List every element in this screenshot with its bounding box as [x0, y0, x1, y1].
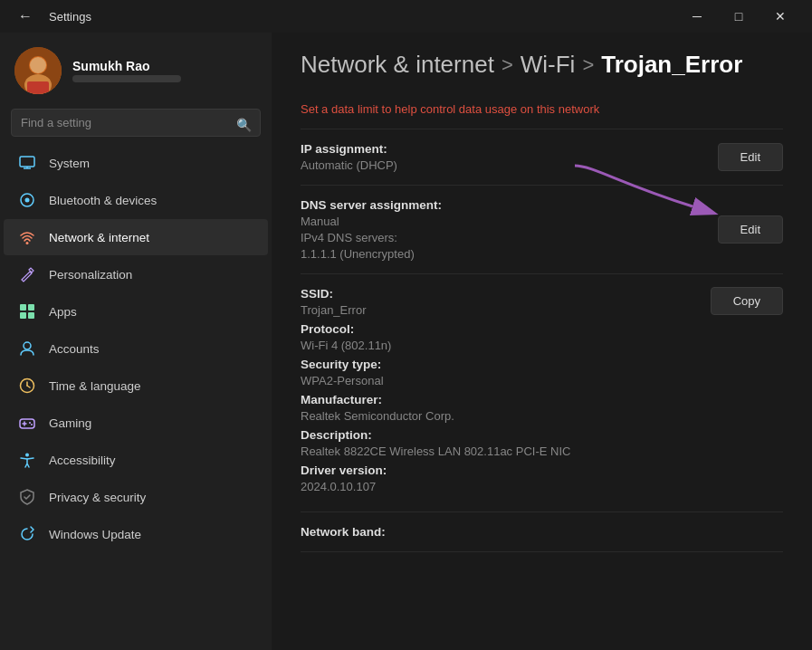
svg-point-15	[24, 342, 31, 349]
close-button[interactable]: ✕	[759, 2, 801, 31]
ip-assignment-info: IP assignment: Automatic (DHCP)	[301, 142, 703, 172]
dns-assignment-label: DNS server assignment:	[301, 198, 703, 212]
title-bar: ← Settings ─ □ ✕	[0, 0, 812, 33]
minimize-button[interactable]: ─	[676, 2, 718, 31]
accounts-label: Accounts	[49, 342, 100, 356]
nav-list: System Bluetooth & devices	[0, 144, 272, 553]
sidebar: Sumukh Rao 🔍 System	[0, 33, 272, 650]
description-value: Realtek 8822CE Wireless LAN 802.11ac PCI…	[301, 444, 783, 458]
user-name: Sumukh Rao	[72, 59, 181, 73]
content-body: Set a data limit to help control data us…	[272, 93, 812, 650]
sidebar-item-personalization[interactable]: Personalization	[4, 256, 268, 292]
breadcrumb-sep2: >	[582, 53, 594, 77]
svg-point-22	[29, 422, 31, 424]
app-body: Sumukh Rao 🔍 System	[0, 33, 812, 650]
window-controls: ─ □ ✕	[676, 2, 801, 31]
dns-ipv4-label: IPv4 DNS servers:	[301, 231, 703, 244]
update-icon	[18, 525, 36, 543]
accounts-icon	[18, 339, 36, 358]
ip-edit-button[interactable]: Edit	[718, 143, 783, 171]
dns-assignment-info: DNS server assignment: Manual IPv4 DNS s…	[301, 198, 703, 261]
network-label: Network & internet	[49, 231, 149, 244]
search-container: 🔍	[0, 105, 272, 144]
user-subtitle	[72, 75, 181, 82]
network-icon	[18, 228, 36, 246]
user-info: Sumukh Rao	[72, 59, 181, 82]
dns-button-area: Edit	[703, 215, 783, 244]
svg-line-18	[27, 386, 30, 387]
personalization-label: Personalization	[49, 268, 132, 282]
sidebar-item-accessibility[interactable]: Accessibility	[4, 442, 268, 478]
sidebar-item-privacy[interactable]: Privacy & security	[4, 479, 268, 515]
sidebar-item-gaming[interactable]: Gaming	[4, 405, 268, 441]
driver-version-label: Driver version:	[301, 464, 783, 477]
svg-rect-12	[28, 304, 34, 311]
sidebar-item-update[interactable]: Windows Update	[4, 516, 268, 552]
svg-rect-3	[27, 81, 49, 94]
accessibility-label: Accessibility	[49, 454, 116, 467]
dns-assignment-section: DNS server assignment: Manual IPv4 DNS s…	[301, 186, 783, 274]
time-icon	[18, 377, 36, 395]
user-profile[interactable]: Sumukh Rao	[0, 33, 272, 105]
svg-point-9	[25, 198, 30, 203]
privacy-label: Privacy & security	[49, 491, 146, 504]
sidebar-item-system[interactable]: System	[4, 145, 268, 181]
network-band-section: Network band:	[301, 512, 783, 552]
ssid-value: Trojan_Error	[301, 303, 696, 317]
bluetooth-icon	[18, 191, 36, 209]
driver-version-row: Driver version: 2024.0.10.107	[301, 464, 783, 493]
sidebar-item-time[interactable]: Time & language	[4, 368, 268, 404]
description-row: Description: Realtek 8822CE Wireless LAN…	[301, 428, 783, 458]
ssid-copy-button[interactable]: Copy	[711, 287, 783, 315]
ssid-label: SSID:	[301, 287, 696, 301]
svg-rect-5	[20, 157, 34, 167]
breadcrumb-sep1: >	[502, 53, 513, 77]
ssid-section: SSID: Trojan_Error Copy Protocol: Wi-Fi …	[301, 274, 783, 512]
sidebar-item-bluetooth[interactable]: Bluetooth & devices	[4, 182, 268, 218]
protocol-value: Wi-Fi 4 (802.11n)	[301, 339, 783, 352]
accessibility-icon	[18, 451, 36, 469]
main-content: Network & internet > Wi-Fi > Trojan_Erro…	[272, 33, 812, 650]
manufacturer-row: Manufacturer: Realtek Semiconductor Corp…	[301, 393, 783, 423]
system-icon	[18, 154, 36, 172]
svg-rect-14	[28, 312, 34, 319]
ssid-details: SSID: Trojan_Error	[301, 287, 696, 322]
breadcrumb-current: Trojan_Error	[601, 51, 742, 79]
search-input[interactable]	[11, 109, 261, 137]
avatar	[14, 47, 62, 94]
ip-assignment-row: IP assignment: Automatic (DHCP) Edit	[301, 142, 783, 172]
svg-rect-13	[20, 312, 26, 319]
app-title: Settings	[49, 10, 91, 24]
gaming-icon	[18, 414, 36, 432]
dns-edit-button[interactable]: Edit	[718, 215, 783, 244]
sidebar-item-apps[interactable]: Apps	[4, 293, 268, 330]
ip-assignment-value: Automatic (DHCP)	[301, 158, 703, 172]
back-button[interactable]: ←	[11, 5, 40, 28]
search-icon: 🔍	[236, 118, 252, 132]
ssid-row: SSID: Trojan_Error	[301, 287, 696, 317]
dns-assignment-value1: Manual	[301, 215, 703, 228]
svg-point-10	[26, 242, 29, 244]
driver-version-value: 2024.0.10.107	[301, 480, 783, 493]
personalization-icon	[18, 265, 36, 283]
dns-ipv4-value: 1.1.1.1 (Unencrypted)	[301, 247, 703, 261]
sidebar-item-accounts[interactable]: Accounts	[4, 330, 268, 367]
network-band-label: Network band:	[301, 525, 783, 539]
sidebar-item-network[interactable]: Network & internet	[4, 219, 268, 255]
breadcrumb-part2: Wi-Fi	[521, 51, 576, 79]
svg-rect-11	[20, 304, 26, 311]
time-label: Time & language	[49, 379, 141, 393]
svg-point-24	[25, 454, 29, 457]
maximize-button[interactable]: □	[718, 2, 759, 31]
manufacturer-value: Realtek Semiconductor Corp.	[301, 409, 783, 423]
update-label: Windows Update	[49, 528, 141, 541]
breadcrumb-part1: Network & internet	[301, 51, 494, 79]
security-value: WPA2-Personal	[301, 374, 783, 387]
ssid-header: SSID: Trojan_Error Copy	[301, 287, 783, 322]
apps-icon	[18, 302, 36, 320]
dns-assignment-row: DNS server assignment: Manual IPv4 DNS s…	[301, 198, 783, 261]
privacy-icon	[18, 488, 36, 506]
apps-label: Apps	[49, 305, 77, 319]
protocol-label: Protocol:	[301, 322, 783, 336]
data-limit-banner[interactable]: Set a data limit to help control data us…	[301, 93, 783, 129]
